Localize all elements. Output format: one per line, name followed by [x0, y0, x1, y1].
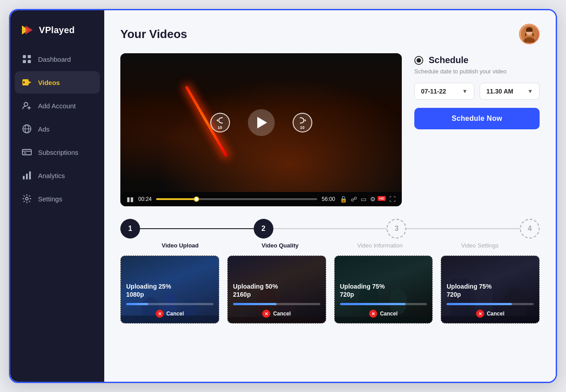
upload-card-4-content: Uploading 75% 720p ✕ Cancel	[441, 256, 539, 323]
cancel-3-icon: ✕	[369, 310, 377, 318]
sidebar-item-dashboard[interactable]: Dashboard	[15, 48, 100, 70]
step-3-circle: 3	[387, 219, 406, 239]
sidebar-item-subscriptions[interactable]: Subscriptions	[15, 141, 100, 163]
step-2-circle: 2	[254, 219, 273, 239]
play-button[interactable]	[248, 109, 275, 136]
sidebar-logo: VPlayed	[10, 10, 104, 48]
sidebar-add-account-label: Add Account	[38, 102, 76, 110]
upload-card-3-fill	[340, 303, 405, 305]
upload-card-2-progress-bar	[233, 303, 320, 305]
sidebar-item-videos[interactable]: Videos	[15, 71, 100, 94]
video-controls-center: 10 10	[210, 109, 312, 136]
sidebar-videos-label: Videos	[38, 79, 60, 86]
app-name: VPlayed	[39, 25, 75, 35]
step-4-circle: 4	[520, 219, 540, 239]
schedule-pickers: 07-11-22 ▼ 11.30 AM ▼	[414, 83, 540, 100]
app-container: VPlayed Dashboard	[9, 9, 557, 383]
cc-icon[interactable]: ▭	[361, 196, 366, 203]
svg-rect-19	[26, 174, 28, 179]
progress-track[interactable]	[156, 198, 317, 200]
date-value: 07-11-22	[421, 88, 446, 95]
total-time: 56:00	[322, 196, 335, 202]
upload-card-4-fill	[447, 303, 512, 305]
upload-card-1-status: Uploading 25% 1080p	[126, 282, 213, 298]
sidebar-settings-label: Settings	[38, 195, 62, 203]
step-3-block: 3	[387, 219, 406, 239]
lock-icon[interactable]: 🔒	[340, 196, 347, 203]
sidebar-dashboard-label: Dashboard	[38, 55, 71, 63]
upload-cards: Uploading 25% 1080p ✕ Cancel	[120, 256, 540, 324]
user-avatar[interactable]	[519, 24, 540, 44]
video-player: 10 10	[120, 53, 402, 206]
svg-rect-5	[28, 60, 31, 63]
avatar-image	[521, 26, 538, 43]
upload-card-1-progress-bar	[126, 303, 213, 305]
svg-marker-1	[26, 26, 33, 34]
upload-card-1-cancel[interactable]: ✕ Cancel	[126, 310, 213, 318]
add-account-icon	[22, 101, 32, 111]
subscriptions-icon	[22, 147, 32, 157]
sidebar-item-settings[interactable]: Settings	[15, 187, 100, 210]
gear-icon[interactable]: ⚙	[370, 196, 376, 203]
svg-point-9	[24, 102, 28, 106]
svg-rect-18	[23, 176, 25, 179]
step-label-1: Video Upload	[140, 241, 220, 249]
video-bottom-icons: 🔒 ☍ ▭ ⚙ HD ⛶	[340, 195, 396, 203]
schedule-description: Schedule date to publish your video	[414, 68, 540, 75]
step-2-block: 2	[254, 219, 273, 239]
upload-card-2-cancel[interactable]: ✕ Cancel	[233, 310, 320, 318]
radio-inner	[417, 58, 421, 63]
analytics-icon	[22, 170, 32, 180]
upload-card-3-status: Uploading 75% 720p	[340, 282, 427, 298]
svg-rect-4	[23, 60, 26, 63]
vplayed-logo-icon	[20, 23, 34, 37]
upload-card-3: Uploading 75% 720p ✕ Cancel	[334, 256, 433, 324]
step-label-4: Video Settings	[440, 241, 520, 249]
time-value: 11.30 AM	[486, 88, 513, 95]
sidebar-item-ads[interactable]: Ads	[15, 118, 100, 140]
upload-card-4-cancel[interactable]: ✕ Cancel	[447, 310, 534, 318]
fullscreen-icon[interactable]: ⛶	[389, 196, 396, 203]
schedule-title: Schedule	[429, 55, 468, 65]
subtitles-icon[interactable]: ☍	[351, 196, 357, 203]
progress-thumb	[194, 196, 199, 202]
upload-card-4-status: Uploading 75% 720p	[447, 282, 534, 298]
upload-card-3-progress-bar	[340, 303, 427, 305]
step-line-1-2	[140, 228, 254, 229]
schedule-now-button[interactable]: Schedule Now	[414, 108, 540, 129]
time-picker[interactable]: 11.30 AM ▼	[480, 83, 540, 100]
step-line-3-4	[406, 228, 520, 229]
svg-rect-20	[29, 171, 31, 179]
sidebar-ads-label: Ads	[38, 125, 50, 133]
rewind-button[interactable]: 10	[210, 113, 230, 132]
pause-icon[interactable]: ▮▮	[127, 196, 134, 203]
svg-rect-15	[22, 149, 31, 155]
schedule-radio[interactable]	[414, 56, 423, 65]
upload-card-2-content: Uploading 50% 2160p ✕ Cancel	[228, 256, 326, 323]
videos-icon	[22, 77, 32, 87]
current-time: 00:24	[138, 196, 152, 202]
step-1-block: 1	[120, 219, 140, 239]
svg-rect-8	[23, 81, 25, 83]
sidebar-analytics-label: Analytics	[38, 172, 65, 179]
step-line-2-3	[273, 228, 387, 229]
dashboard-icon	[22, 54, 32, 64]
step-label-3: Video Information	[340, 241, 420, 249]
step-labels: Video Upload Video Quality Video Informa…	[120, 241, 540, 249]
upload-card-3-cancel[interactable]: ✕ Cancel	[340, 310, 427, 318]
upload-card-2-fill	[233, 303, 277, 305]
svg-marker-26	[305, 119, 306, 122]
time-arrow-icon: ▼	[528, 88, 533, 94]
sidebar: VPlayed Dashboard	[10, 10, 104, 382]
progress-fill	[156, 198, 196, 200]
upload-card-4: Uploading 75% 720p ✕ Cancel	[441, 256, 540, 324]
sidebar-item-add-account[interactable]: Add Account	[15, 94, 100, 117]
upload-card-1: Uploading 25% 1080p ✕ Cancel	[120, 256, 219, 324]
video-bottom-bar: ▮▮ 00:24 56:00 🔒 ☍ ▭ ⚙ HD	[120, 192, 402, 206]
upload-card-1-content: Uploading 25% 1080p ✕ Cancel	[121, 256, 219, 323]
forward-button[interactable]: 10	[293, 113, 312, 132]
schedule-panel: Schedule Schedule date to publish your v…	[414, 53, 540, 129]
sidebar-item-analytics[interactable]: Analytics	[15, 164, 100, 187]
date-arrow-icon: ▼	[462, 88, 468, 94]
date-picker[interactable]: 07-11-22 ▼	[414, 83, 474, 100]
